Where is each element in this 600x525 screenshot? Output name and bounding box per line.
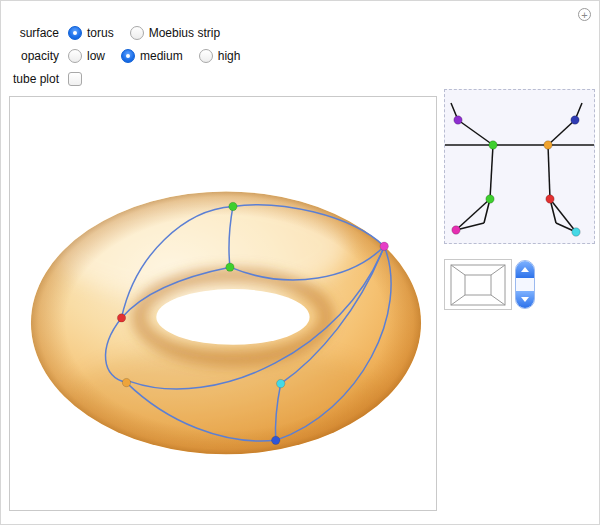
radio-medium-circle[interactable] (121, 49, 135, 63)
torus-graph-vertex-magenta (380, 242, 388, 250)
radio-torus-circle[interactable] (68, 26, 82, 40)
arrow-up-icon (521, 267, 529, 272)
zoom-scrollbar (515, 260, 535, 309)
arrow-down-icon (521, 297, 529, 302)
torus-hole (156, 289, 309, 345)
graph-2d-panel[interactable] (444, 89, 595, 244)
radio-option-moebius[interactable]: Moebius strip (130, 26, 220, 40)
graph-vertex-green-lower (486, 195, 494, 203)
torus-graph-vertex-cyan (277, 379, 285, 387)
graph-vertex-blue (571, 116, 579, 124)
graph-vertex-magenta (452, 226, 460, 234)
torus-graph-vertex-orange (122, 378, 130, 386)
radio-option-high[interactable]: high (199, 49, 241, 63)
graph-vertex-cyan (572, 228, 580, 236)
tube-plot-control-row: tube plot (9, 71, 82, 87)
torus-3d-graphic (10, 97, 436, 510)
radio-option-medium[interactable]: medium (121, 49, 183, 63)
graph-vertex-green-upper (489, 141, 497, 149)
graph-vertex-orange (544, 141, 552, 149)
graph-edge (458, 120, 493, 145)
plus-icon[interactable]: + (578, 8, 591, 21)
tube-plot-label: tube plot (9, 72, 59, 86)
radio-low-label: low (87, 49, 105, 63)
radio-moebius-label: Moebius strip (149, 26, 220, 40)
radio-moebius-circle[interactable] (130, 26, 144, 40)
scroll-up-button[interactable] (516, 261, 534, 278)
demonstration-panel: + surface torus Moebius strip opacity lo… (0, 0, 600, 525)
radio-medium-label: medium (140, 49, 183, 63)
torus-graph-vertex-blue (272, 436, 280, 444)
graph-vertex-purple (454, 116, 462, 124)
radio-option-torus[interactable]: torus (68, 26, 114, 40)
graph-edge (490, 145, 493, 199)
view-cube-widget[interactable] (444, 259, 512, 310)
surface-control-row: surface torus Moebius strip (9, 25, 236, 41)
graph-2d-svg (445, 90, 594, 243)
opacity-label: opacity (9, 49, 59, 63)
torus-graph-vertex-green-top (229, 202, 237, 210)
scroll-track[interactable] (516, 278, 534, 291)
radio-high-label: high (218, 49, 241, 63)
surface-label: surface (9, 26, 59, 40)
radio-high-circle[interactable] (199, 49, 213, 63)
view-cube-icon (447, 262, 509, 308)
scroll-down-button[interactable] (516, 291, 534, 308)
torus-graph-vertex-green-mid (226, 263, 234, 271)
torus-graph-vertex-red (117, 314, 125, 322)
graph-vertex-red (546, 195, 554, 203)
radio-option-low[interactable]: low (68, 49, 105, 63)
tube-plot-checkbox[interactable] (68, 72, 82, 86)
opacity-control-row: opacity low medium high (9, 48, 256, 64)
radio-low-circle[interactable] (68, 49, 82, 63)
graph-edge (548, 120, 575, 145)
graph-edge (548, 145, 550, 199)
torus-3d-plot[interactable] (9, 96, 437, 511)
radio-torus-label: torus (87, 26, 114, 40)
